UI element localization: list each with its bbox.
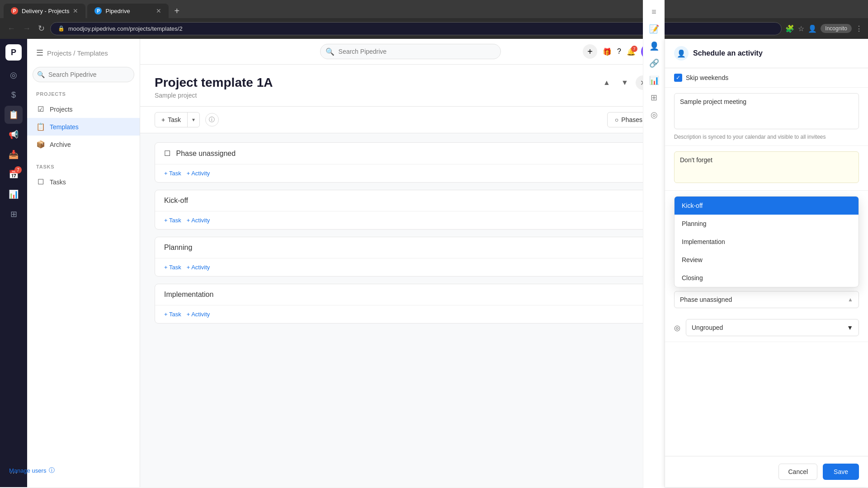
sidebar-item-templates-label: Templates bbox=[50, 123, 79, 131]
bell-icon[interactable]: 🔔 7 bbox=[627, 47, 636, 56]
side-icon-link[interactable]: 🔗 bbox=[649, 58, 659, 68]
sidebar-item-templates[interactable]: 📋 Templates bbox=[27, 118, 140, 136]
breadcrumb-parent: Projects bbox=[47, 49, 71, 57]
notes-textarea[interactable]: Don't forget bbox=[674, 151, 859, 183]
save-button[interactable]: Save bbox=[823, 464, 859, 480]
nav-search-input[interactable] bbox=[33, 67, 134, 82]
phase-header-planning: Planning bbox=[155, 237, 650, 258]
add-task-kickoff[interactable]: + Task bbox=[164, 217, 181, 224]
sidebar-icon-inbox[interactable]: 📥 bbox=[5, 145, 23, 164]
search-input[interactable] bbox=[320, 44, 501, 59]
header-left: Project template 1A Sample project bbox=[155, 75, 273, 99]
phase-header-implementation: Implementation bbox=[155, 284, 650, 305]
bell-badge: 7 bbox=[631, 46, 637, 52]
sidebar-icon-grid[interactable]: ⊞ bbox=[5, 205, 23, 223]
tab-label-1: Delivery - Projects bbox=[22, 8, 69, 14]
address-bar[interactable]: 🔒 moodjoy.pipedrive.com/projects/templat… bbox=[50, 22, 782, 35]
sidebar-icon-radar[interactable]: ◎ bbox=[5, 66, 23, 84]
tab-label-2: Pipedrive bbox=[105, 8, 130, 14]
notes-section: Don't forget bbox=[665, 146, 868, 191]
dropdown-item-kickoff[interactable]: Kick-off bbox=[675, 197, 859, 215]
extensions-icon[interactable]: 🧩 bbox=[785, 24, 794, 33]
group-select-arrow: ▼ bbox=[847, 324, 853, 331]
tab-delivery-projects[interactable]: P Delivery - Projects ✕ bbox=[4, 4, 85, 18]
tab-close-2[interactable]: ✕ bbox=[156, 7, 161, 14]
pipedrive-logo[interactable]: P bbox=[5, 44, 22, 61]
side-icon-note[interactable]: 📝 bbox=[649, 24, 659, 34]
sidebar-icon-projects[interactable]: 📋 bbox=[5, 106, 23, 124]
side-icon-person[interactable]: 👤 bbox=[649, 41, 659, 51]
dropdown-item-review[interactable]: Review bbox=[675, 251, 859, 269]
description-section: Sample project meeting Description is sy… bbox=[665, 88, 868, 146]
menu-icon[interactable]: ⋮ bbox=[855, 24, 863, 33]
nav-bar: ← → ↻ 🔒 moodjoy.pipedrive.com/projects/t… bbox=[0, 18, 868, 39]
address-text: moodjoy.pipedrive.com/projects/templates… bbox=[68, 25, 183, 32]
sidebar-icon-calendar[interactable]: 📅 7 bbox=[5, 165, 23, 183]
toolbar: + Task ▾ ⓘ ○ Phases bbox=[140, 107, 665, 133]
tab-pipedrive[interactable]: P Pipedrive ✕ bbox=[87, 4, 169, 18]
add-task-implementation[interactable]: + Task bbox=[164, 311, 181, 318]
bookmark-icon[interactable]: ☆ bbox=[798, 24, 804, 33]
tab-close-1[interactable]: ✕ bbox=[73, 7, 78, 14]
nav-back-button[interactable]: ← bbox=[5, 22, 17, 35]
phase-dropdown-wrapper: Kick-off Planning Implementation Review … bbox=[674, 196, 859, 308]
group-select-field[interactable]: Ungrouped ▼ bbox=[686, 319, 859, 336]
projects-icon: ☑ bbox=[36, 105, 45, 113]
profile-icon[interactable]: 👤 bbox=[808, 24, 817, 33]
manage-users-link[interactable]: Manage users ⓘ bbox=[0, 462, 113, 479]
search-icon: 🔍 bbox=[326, 47, 335, 56]
nav-refresh-button[interactable]: ↻ bbox=[36, 22, 47, 35]
new-tab-button[interactable]: + bbox=[170, 4, 183, 18]
add-activity-kickoff[interactable]: + Activity bbox=[187, 217, 210, 224]
add-task-planning[interactable]: + Task bbox=[164, 264, 181, 271]
side-icon-list[interactable]: ≡ bbox=[651, 7, 656, 17]
group-icon: ◎ bbox=[674, 324, 680, 332]
phase-actions-planning: + Task + Activity bbox=[155, 258, 650, 276]
skip-weekends-checkbox[interactable]: ✓ bbox=[674, 74, 682, 82]
incognito-badge: Incognito bbox=[821, 24, 852, 33]
side-icon-chart[interactable]: 📊 bbox=[649, 75, 659, 85]
sidebar-item-tasks[interactable]: ☐ Tasks bbox=[27, 173, 140, 191]
cancel-button[interactable]: Cancel bbox=[778, 464, 817, 480]
add-task-arrow[interactable]: ▾ bbox=[188, 113, 199, 127]
tasks-icon: ☐ bbox=[36, 178, 45, 186]
sidebar-item-archive[interactable]: 📦 Archive bbox=[27, 136, 140, 153]
sidebar-item-projects-label: Projects bbox=[50, 106, 73, 113]
phases-label: Phases bbox=[621, 116, 642, 123]
collapse-up-button[interactable]: ▲ bbox=[599, 75, 614, 90]
add-task-button[interactable]: + Task ▾ bbox=[155, 112, 200, 127]
side-icon-grid[interactable]: ⊞ bbox=[651, 93, 657, 103]
phase-name-kickoff: Kick-off bbox=[164, 197, 188, 204]
sidebar-icon-chart[interactable]: 📊 bbox=[5, 185, 23, 203]
nav-forward-button[interactable]: → bbox=[21, 22, 33, 35]
add-task-unassigned[interactable]: + Task bbox=[164, 170, 181, 177]
top-bar: 🔍 + 🎁 ? 🔔 7 M bbox=[140, 39, 665, 65]
archive-icon: 📦 bbox=[36, 140, 45, 149]
add-task-plus: + bbox=[161, 116, 165, 123]
notifications-icon[interactable]: 🎁 bbox=[603, 47, 612, 56]
sidebar-item-projects[interactable]: ☑ Projects bbox=[27, 100, 140, 118]
phases-circle-icon: ○ bbox=[615, 116, 618, 123]
sidebar-icon-dollar[interactable]: $ bbox=[5, 86, 23, 104]
add-activity-unassigned[interactable]: + Activity bbox=[187, 170, 210, 177]
add-activity-implementation[interactable]: + Activity bbox=[187, 311, 210, 318]
phase-select-field[interactable]: Phase unassigned ▲ bbox=[674, 291, 859, 308]
add-button[interactable]: + bbox=[583, 44, 597, 59]
dropdown-item-planning[interactable]: Planning bbox=[675, 215, 859, 233]
phase-header-kickoff: Kick-off bbox=[155, 190, 650, 211]
panel-body: ✓ Skip weekends Sample project meeting D… bbox=[665, 68, 868, 456]
side-icon-circle[interactable]: ◎ bbox=[651, 110, 658, 120]
help-icon[interactable]: ? bbox=[617, 47, 621, 56]
toolbar-info-button[interactable]: ⓘ bbox=[205, 113, 219, 127]
right-panel: 👤 Schedule an activity ✓ Skip weekends S… bbox=[665, 39, 868, 487]
hamburger-icon[interactable]: ☰ bbox=[36, 48, 43, 58]
add-activity-planning[interactable]: + Activity bbox=[187, 264, 210, 271]
sidebar-item-archive-label: Archive bbox=[50, 141, 71, 148]
sidebar-icon-megaphone[interactable]: 📢 bbox=[5, 126, 23, 144]
description-textarea[interactable]: Sample project meeting bbox=[674, 93, 859, 129]
dropdown-item-closing[interactable]: Closing bbox=[675, 269, 859, 287]
add-task-main[interactable]: + Task bbox=[155, 113, 188, 127]
dropdown-item-implementation[interactable]: Implementation bbox=[675, 233, 859, 251]
panel-user-icon: 👤 bbox=[674, 46, 689, 61]
expand-down-button[interactable]: ▼ bbox=[618, 75, 632, 90]
